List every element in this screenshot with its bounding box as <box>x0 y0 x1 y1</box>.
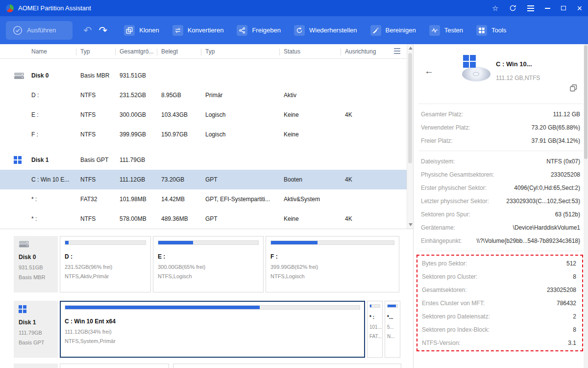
tools-grid-icon <box>476 25 487 36</box>
cell-size: 578.00MB <box>120 215 161 222</box>
partition-block-e[interactable]: E : 300.00GB(65% frei) NTFS,Logisch <box>153 236 264 292</box>
check-circle-icon <box>13 26 23 35</box>
toolbar-button-bereinigen[interactable]: Bereinigen <box>370 25 416 36</box>
partition-block-d[interactable]: D : 231.52GB(96% frei) NTFS,Aktiv,Primär <box>60 236 151 292</box>
cell-name: Disk 0 <box>31 72 80 79</box>
cell-size: 399.99GB <box>120 131 161 138</box>
disk1-meta[interactable]: Disk 1 111.79GB Basis GPT <box>14 301 58 358</box>
table-row-f[interactable]: F : NTFS 399.99GB 150.97GB Logisch Keine <box>0 125 413 144</box>
close-button[interactable]: × <box>577 4 582 13</box>
cell-name: F : <box>31 131 80 138</box>
usage-bar <box>158 240 259 245</box>
table-row-disk1[interactable]: Disk 1 Basis GPT 111.79GB <box>0 150 413 170</box>
header-size[interactable]: Gesamtgrö... <box>120 48 161 55</box>
usage-bar <box>270 240 394 245</box>
partition-block-efi[interactable]: * : 101... FAT... <box>367 301 383 358</box>
maximize-button[interactable] <box>561 6 566 10</box>
partition-block-c-selected[interactable]: C : Win 10 Ent x64 111.12GB(34% frei) NT… <box>60 301 365 358</box>
cell-name: * : <box>31 196 80 203</box>
cell-status: Aktiv <box>284 92 345 99</box>
menu-icon[interactable] <box>527 5 534 11</box>
table-row-d[interactable]: D : NTFS 231.52GB 8.95GB Primär Aktiv <box>0 85 413 105</box>
disk0-meta[interactable]: Disk 0 931.51GB Basis MBR <box>14 236 58 292</box>
details-group-space: Gesamter Platz:111.12 GB Verwendeter Pla… <box>414 107 588 147</box>
app-logo-icon <box>6 4 14 12</box>
copy-icon[interactable] <box>570 84 577 92</box>
cell-name: * : <box>31 215 80 222</box>
cell-name: E : <box>31 111 80 118</box>
execute-button[interactable]: Ausführen <box>6 21 73 40</box>
details-scrollbar[interactable] <box>584 44 588 368</box>
partition-block-recovery[interactable]: *... 5... N... <box>385 301 400 358</box>
table-row-e[interactable]: E : NTFS 300.00GB 103.43GB Logisch Keine… <box>0 105 413 125</box>
details-header: ← C : Win 10... 111.12 GB,NTFS <box>414 44 588 100</box>
divider <box>418 104 583 104</box>
cell-typ: NTFS <box>80 215 120 222</box>
cell-name: C : Win 10 E... <box>31 176 80 183</box>
cell-typ: Basis MBR <box>80 72 120 79</box>
restore-icon <box>294 25 305 36</box>
windows-disk-icon <box>19 305 53 313</box>
table-row-disk0[interactable]: Disk 0 Basis MBR 931.51GB <box>0 66 413 85</box>
update-refresh-icon[interactable] <box>509 4 516 12</box>
back-arrow-icon[interactable]: ← <box>424 66 434 77</box>
disk2-row-clipped <box>14 364 401 368</box>
disk-map-pane: Disk 0 931.51GB Basis MBR D : 231.52GB(9… <box>0 229 413 368</box>
usage-bar <box>65 240 146 245</box>
toolbar-button-tools[interactable]: Tools <box>476 25 506 36</box>
scroll-down-icon[interactable] <box>409 223 413 226</box>
usage-bar <box>65 305 360 310</box>
execute-label: Ausführen <box>27 26 56 34</box>
cell-belegt: 14.42MB <box>161 196 205 203</box>
scrollbar-thumb[interactable] <box>584 45 588 159</box>
cell-status: Aktiv&System <box>284 196 345 203</box>
clean-brush-icon <box>370 25 381 36</box>
undo-icon[interactable]: ↶ <box>83 25 92 35</box>
usage-bar <box>369 304 380 308</box>
column-options-icon[interactable] <box>394 48 400 54</box>
share-icon <box>237 25 247 36</box>
table-row-recovery[interactable]: * : NTFS 578.00MB 489.36MB GPT Keine 4K <box>0 209 413 229</box>
toolbar-button-konvertieren[interactable]: Konvertieren <box>172 25 224 36</box>
details-title: C : Win 10... <box>496 60 532 68</box>
toolbar-button-testen[interactable]: Testen <box>429 25 463 36</box>
cell-typ: NTFS <box>80 111 120 118</box>
cell-typ2: Logisch <box>205 131 284 138</box>
header-status[interactable]: Status <box>284 48 345 55</box>
header-typ[interactable]: Typ <box>80 48 120 55</box>
clone-icon <box>124 25 135 36</box>
cell-belegt: 150.97GB <box>161 131 205 138</box>
cell-size: 111.12GB <box>120 176 161 183</box>
window-title: AOMEI Partition Assistant <box>18 4 91 12</box>
toolbar-button-klonen[interactable]: Klonen <box>124 25 159 36</box>
partition-block-f[interactable]: F : 399.99GB(62% frei) NTFS,Logisch <box>266 236 399 292</box>
cell-typ2: Logisch <box>205 111 284 118</box>
details-group-ntfs: Bytes pro Sektor:512 Sektoren pro Cluste… <box>417 257 582 349</box>
table-body: Disk 0 Basis MBR 931.51GB D : NTFS 231.5… <box>0 59 413 229</box>
cell-ausrichtung: 4K <box>345 215 384 222</box>
cell-status: Keine <box>284 215 345 222</box>
minimize-button[interactable] <box>545 8 550 9</box>
table-row-c-selected[interactable]: C : Win 10 E... NTFS 111.12GB 73.20GB GP… <box>0 170 413 189</box>
table-scrollbar[interactable] <box>407 44 413 229</box>
scrollbar-thumb[interactable] <box>408 53 412 163</box>
convert-icon <box>172 25 183 36</box>
header-belegt[interactable]: Belegt <box>161 48 205 55</box>
table-row-efi[interactable]: * : FAT32 101.98MB 14.42MB GPT, EFI-Syst… <box>0 189 413 209</box>
favorite-star-icon[interactable]: ☆ <box>492 4 498 12</box>
toolbar-button-wiederherstellen[interactable]: Wiederherstellen <box>294 25 357 36</box>
header-typ2[interactable]: Typ <box>205 48 284 55</box>
disk-drive-icon <box>14 72 31 79</box>
cell-size: 111.79GB <box>120 157 161 163</box>
header-name[interactable]: Name <box>31 48 80 55</box>
cell-typ: NTFS <box>80 176 120 183</box>
cell-belegt: 489.36MB <box>161 215 205 222</box>
cell-typ: NTFS <box>80 92 120 99</box>
toolbar-button-freigeben[interactable]: Freigeben <box>237 25 281 36</box>
cell-ausrichtung: 4K <box>345 176 384 183</box>
redo-icon[interactable]: ↷ <box>99 25 108 35</box>
header-ausrichtung[interactable]: Ausrichtung <box>345 48 384 55</box>
cell-belegt: 8.95GB <box>161 92 205 99</box>
partition-table: Name Typ Gesamtgrö... Belegt Typ Status … <box>0 44 413 229</box>
scroll-up-icon[interactable] <box>409 47 413 50</box>
